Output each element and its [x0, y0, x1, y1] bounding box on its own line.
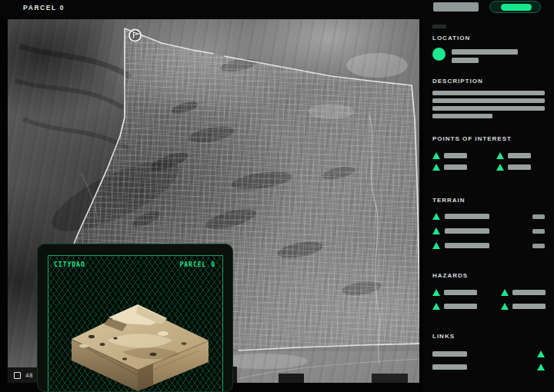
primary-button-fill	[501, 4, 532, 11]
poi-item	[432, 164, 467, 171]
hazard-label-bar	[512, 290, 546, 295]
terrain-marker-icon	[432, 242, 440, 249]
inset-parcel-label: PARCEL 0	[179, 261, 215, 268]
description-line-bar	[432, 114, 492, 118]
section-heading: LINKS	[432, 333, 545, 340]
poi-item	[496, 164, 531, 171]
poi-marker-icon	[496, 152, 504, 159]
hazard-marker-icon	[432, 289, 440, 296]
section-heading: HAZARDS	[432, 272, 545, 279]
up-arrow-icon[interactable]	[537, 350, 545, 357]
poi-marker-icon	[432, 164, 440, 171]
poi-marker-icon	[496, 164, 504, 171]
secondary-button[interactable]	[433, 2, 479, 12]
location-text-bar	[452, 49, 518, 55]
top-bar: PARCEL 0	[0, 0, 554, 18]
section-description: DESCRIPTION	[432, 78, 545, 121]
terrain-label-bar	[445, 228, 489, 234]
hazard-label-bar	[444, 290, 477, 295]
poi-item	[432, 152, 467, 159]
page-title: PARCEL 0	[23, 4, 65, 12]
section-hazards: HAZARDS	[432, 272, 545, 310]
location-dot-icon	[432, 48, 446, 61]
poi-label-bar	[508, 153, 531, 158]
hazard-marker-icon	[501, 303, 509, 310]
up-arrow-icon[interactable]	[537, 364, 545, 370]
section-heading: LOCATION	[432, 35, 545, 42]
location-text-bar	[452, 58, 479, 63]
section-points-of-interest: POINTS OF INTEREST	[432, 135, 545, 170]
terrain-label-bar	[445, 214, 489, 219]
terrain-marker-icon	[432, 213, 440, 220]
terrain-value-bar	[532, 214, 545, 219]
hazard-label-bar	[512, 304, 546, 309]
poi-marker-icon	[432, 152, 440, 159]
sidebar-mini-bar	[432, 25, 446, 28]
square-icon	[14, 372, 21, 379]
terrain-label-bar	[445, 243, 489, 248]
link-item[interactable]	[432, 350, 545, 357]
section-heading: POINTS OF INTEREST	[432, 135, 545, 142]
inset-brand-label: CITYDAO	[54, 261, 85, 268]
terrain-row	[432, 242, 545, 249]
poi-label-bar	[444, 164, 467, 170]
hazard-item	[501, 289, 546, 296]
link-label-bar	[432, 364, 467, 370]
poi-label-bar	[444, 153, 467, 158]
map-label-box	[372, 374, 408, 383]
hazard-item	[501, 303, 546, 310]
terrain-value-bar	[532, 244, 545, 248]
poi-label-bar	[508, 164, 531, 170]
hazard-label-bar	[444, 304, 477, 309]
terrain-value-bar	[532, 229, 545, 234]
terrain-row	[432, 228, 545, 234]
flag-marker-icon[interactable]	[129, 30, 141, 42]
link-label-bar	[432, 351, 467, 357]
section-heading: TERRAIN	[432, 197, 545, 204]
section-links: LINKS	[432, 333, 545, 377]
description-line-bar	[432, 91, 545, 95]
hazard-item	[432, 303, 477, 310]
hazard-marker-icon	[501, 289, 509, 296]
description-line-bar	[432, 98, 545, 103]
terrain-marker-icon	[432, 228, 440, 234]
hazard-item	[432, 289, 477, 296]
section-location: LOCATION	[432, 35, 545, 63]
poi-item	[496, 152, 531, 159]
terrain-preview-panel[interactable]: CITYDAO PARCEL 0	[37, 244, 233, 392]
map-label-box	[279, 374, 304, 383]
description-line-bar	[432, 106, 545, 111]
link-item[interactable]	[432, 364, 545, 370]
terrain-row	[432, 213, 545, 220]
hazard-marker-icon	[432, 303, 440, 310]
section-terrain: TERRAIN	[432, 197, 545, 249]
primary-button[interactable]	[489, 1, 541, 13]
detail-sidebar: LOCATION DESCRIPTION POINTS OF INTEREST …	[423, 0, 554, 392]
section-heading: DESCRIPTION	[432, 78, 545, 85]
coordinate-text: 48	[25, 372, 33, 379]
